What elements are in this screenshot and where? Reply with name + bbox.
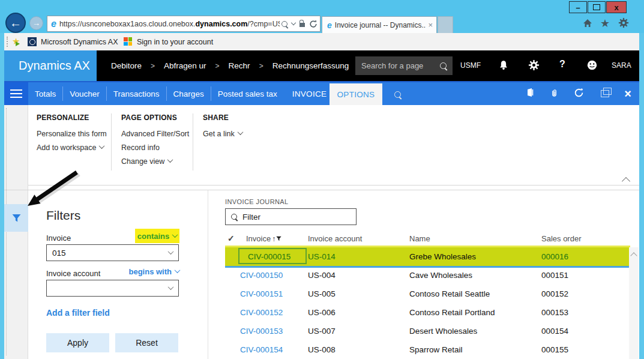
chevron-down-icon[interactable]: [291, 20, 296, 25]
ribbon-item-change-view[interactable]: Change view: [121, 157, 183, 166]
chevron-down-icon: [167, 157, 173, 163]
close-button[interactable]: x: [606, 1, 627, 13]
ribbon-item-record-info[interactable]: Record info: [121, 143, 183, 152]
ribbon-section-share: SHAREGet a link: [193, 105, 252, 185]
cell-invoice-link[interactable]: CIV-000154: [240, 340, 283, 359]
tools-gear-icon[interactable]: [618, 17, 629, 31]
help-icon[interactable]: ?: [559, 59, 565, 70]
cell-invoice-link[interactable]: CIV-000151: [240, 285, 283, 303]
breadcrumb-item[interactable]: Rechr: [229, 61, 250, 70]
filter-funnel-icon: [12, 214, 21, 223]
notifications-bell-icon[interactable]: [498, 59, 509, 73]
menu-item-transactions[interactable]: Transactions: [107, 89, 166, 98]
cell-sales-order: 000152: [541, 285, 568, 303]
breadcrumb-item[interactable]: Debitore: [111, 61, 142, 70]
column-header-invoice[interactable]: Invoice↑: [246, 234, 281, 243]
add-favorite-icon[interactable]: ★: [12, 36, 20, 47]
favorite-signin-link[interactable]: Sign in to your account: [137, 38, 213, 46]
breadcrumb-separator: >: [151, 62, 155, 70]
menu-item-charges[interactable]: Charges: [167, 89, 211, 98]
select-all-check-icon[interactable]: ✓: [227, 234, 235, 243]
filter-value-input[interactable]: 015: [46, 244, 179, 261]
cell-invoice-account: US-004: [308, 266, 336, 285]
page-search-input[interactable]: Search for a page: [355, 56, 453, 75]
menu-item-voucher[interactable]: Voucher: [63, 89, 106, 98]
table-row[interactable]: CIV-000015US-014Grebe Wholesales000016: [225, 247, 629, 266]
gutter-dots: [6, 108, 7, 355]
favorites-icon[interactable]: ★: [600, 17, 610, 30]
filter-operator-contains[interactable]: contains: [135, 229, 179, 243]
grid-title: INVOICE JOURNAL: [225, 198, 289, 205]
app-brand[interactable]: Dynamics AX: [4, 50, 97, 81]
table-row[interactable]: CIV-000154US-008Sparrow Retail000155: [225, 340, 629, 359]
table-row[interactable]: CIV-000152US-006Contoso Retail Portland0…: [225, 303, 629, 322]
ribbon-item-get-a-link[interactable]: Get a link: [203, 130, 242, 139]
refresh-icon[interactable]: [309, 20, 317, 28]
column-header-name[interactable]: Name: [409, 234, 430, 243]
cell-invoice-link[interactable]: CIV-000152: [240, 303, 283, 322]
browser-tab[interactable]: e Invoice journal -- Dynamics... ×: [322, 16, 437, 33]
back-button[interactable]: ←: [5, 13, 26, 33]
hamburger-menu-button[interactable]: [4, 82, 28, 105]
add-filter-field-link[interactable]: Add a filter field: [46, 308, 110, 318]
filter-pane-button[interactable]: [4, 204, 28, 232]
grid-filter-placeholder: Filter: [242, 213, 260, 222]
filter-value-input[interactable]: [46, 280, 179, 297]
attach-paperclip-icon[interactable]: [550, 88, 559, 100]
breadcrumb-item[interactable]: Rechnungserfassung: [272, 61, 349, 70]
search-icon[interactable]: [281, 21, 287, 27]
cell-invoice-link[interactable]: CIV-000153: [240, 322, 283, 340]
address-bar[interactable]: e https://usnconeboxax1aos.cloud.onebox.…: [47, 16, 320, 32]
grid-filter-input[interactable]: Filter: [225, 208, 357, 225]
table-row[interactable]: CIV-000150US-004Cave Wholesales000151: [225, 266, 629, 285]
cell-name: Contoso Retail Seattle: [409, 285, 490, 303]
table-row[interactable]: CIV-000153US-007Desert Wholesales000154: [225, 322, 629, 340]
company-picker[interactable]: USMF: [460, 61, 481, 70]
ribbon-item-advanced-filter-sort[interactable]: Advanced Filter/Sort: [121, 130, 183, 139]
refresh-icon[interactable]: [574, 88, 584, 100]
reset-button[interactable]: Reset: [115, 333, 178, 352]
apply-button[interactable]: Apply: [46, 333, 109, 352]
cell-name: Sparrow Retail: [409, 340, 463, 359]
menu-item-totals[interactable]: Totals: [28, 89, 62, 98]
tab-options[interactable]: OPTIONS: [330, 83, 382, 105]
favorite-dynamics-link[interactable]: Microsoft Dynamics AX: [41, 38, 118, 46]
tab-close-icon[interactable]: ×: [428, 20, 433, 29]
settings-gear-icon[interactable]: [528, 59, 540, 73]
action-pane-items: TotalsVoucherTransactionsChargesPosted s…: [28, 82, 335, 105]
user-menu[interactable]: SARA: [612, 61, 631, 70]
feedback-smiley-icon[interactable]: [586, 59, 598, 73]
column-header-sales-order[interactable]: Sales order: [541, 234, 581, 243]
new-tab-button[interactable]: [438, 16, 453, 33]
open-office-icon[interactable]: [525, 88, 535, 100]
grid-scrollbar[interactable]: [629, 247, 639, 359]
restore-window-icon[interactable]: [601, 90, 609, 97]
close-form-icon[interactable]: ×: [624, 88, 631, 100]
home-icon[interactable]: [583, 19, 592, 30]
url-text: https://usnconeboxax1aos.cloud.onebox.dy…: [59, 20, 280, 28]
minimize-button[interactable]: –: [569, 1, 587, 13]
cell-sales-order: 000151: [541, 266, 568, 285]
search-icon[interactable]: [440, 62, 447, 69]
actionpane-search-icon[interactable]: [394, 89, 401, 100]
chevron-down-icon: [99, 143, 105, 149]
tab-invoice[interactable]: INVOICE: [284, 89, 336, 98]
form-command-icons: ×: [525, 82, 631, 105]
breadcrumb-item[interactable]: Abfragen ur: [164, 61, 206, 70]
forward-button[interactable]: →: [29, 16, 43, 30]
ribbon-section-page-options: PAGE OPTIONSAdvanced Filter/SortRecord i…: [112, 105, 193, 185]
ribbon-item-add-to-workspace[interactable]: Add to workspace: [37, 143, 101, 152]
menu-item-posted-sales-tax[interactable]: Posted sales tax: [211, 89, 284, 98]
table-row[interactable]: CIV-000151US-005Contoso Retail Seattle00…: [225, 285, 629, 303]
microsoft-logo-icon: [124, 37, 132, 46]
filter-operator-beginswith[interactable]: begins with: [112, 267, 179, 276]
grid-header: ✓ Invoice↑ Invoice account Name Sales or…: [209, 234, 629, 247]
maximize-button[interactable]: [588, 1, 606, 13]
cell-invoice-account: US-005: [308, 285, 336, 303]
column-header-invoice-account[interactable]: Invoice account: [308, 234, 362, 243]
cell-invoice-account: US-006: [308, 303, 336, 322]
ribbon-item-personalize-this-form[interactable]: Personalize this form: [37, 130, 101, 139]
favorites-drag-handle[interactable]: [7, 37, 8, 47]
cell-invoice-link[interactable]: CIV-000015: [248, 247, 290, 266]
cell-invoice-link[interactable]: CIV-000150: [240, 266, 283, 285]
